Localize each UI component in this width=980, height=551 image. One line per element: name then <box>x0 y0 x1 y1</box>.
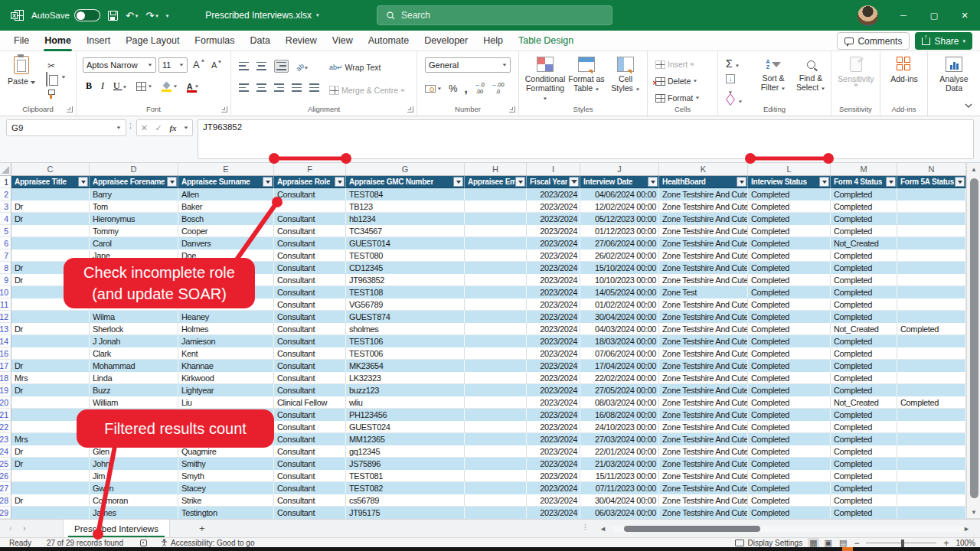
cell[interactable]: Consultant <box>274 298 346 311</box>
row-header-19[interactable]: 19 <box>0 384 11 396</box>
cell[interactable] <box>465 347 527 360</box>
cell[interactable]: 08/03/2024 00:00 <box>580 396 659 409</box>
row-header-20[interactable]: 20 <box>0 396 11 409</box>
cell[interactable]: 2023/2024 <box>527 323 580 335</box>
cell[interactable]: Kent <box>178 347 274 360</box>
find-select-button[interactable]: Find &Select <box>793 57 828 92</box>
cell[interactable]: gq12345 <box>346 445 465 458</box>
cell[interactable]: TB123 <box>346 201 465 213</box>
cell[interactable] <box>897 372 966 384</box>
cell[interactable]: Consultant <box>274 225 346 237</box>
cell[interactable]: Consultant <box>274 274 346 286</box>
align-bottom-button[interactable] <box>274 60 289 73</box>
cell[interactable]: Completed <box>831 249 897 262</box>
cell[interactable]: Completed <box>831 286 897 298</box>
add-sheet-button[interactable]: + <box>199 523 205 534</box>
increase-decimal-button[interactable]: ←.0.00 <box>475 82 485 95</box>
insert-function-button[interactable]: fx <box>169 123 176 132</box>
insert-cells-button[interactable]: Insert <box>655 57 694 71</box>
cell[interactable]: William <box>90 396 178 409</box>
cell[interactable]: Zone Testshire And Cute <box>659 274 748 286</box>
conditional-formatting-button[interactable]: ConditionalFormatting <box>524 57 567 102</box>
row-header-7[interactable]: 7 <box>0 249 11 262</box>
cell[interactable]: Consultant <box>274 262 346 274</box>
cell[interactable]: Zone Testshire And Cute <box>659 249 748 262</box>
cell[interactable] <box>465 262 527 274</box>
cell[interactable]: Zone Testshire And Cute <box>659 409 748 421</box>
minimize-button[interactable]: ─ <box>888 0 919 31</box>
accounting-format-button[interactable] <box>425 85 442 93</box>
cell[interactable]: 2023/2024 <box>527 335 580 347</box>
cell[interactable] <box>897 347 966 360</box>
cell[interactable] <box>897 298 966 311</box>
cell[interactable]: TEST106 <box>346 335 465 347</box>
row-header-14[interactable]: 14 <box>0 335 11 347</box>
cell[interactable]: Cooper <box>178 225 274 237</box>
cell[interactable]: Consultant <box>274 470 346 482</box>
table-header-cell[interactable]: Appraisee Surname <box>178 176 274 188</box>
cell[interactable]: 05/12/2023 00:00 <box>580 213 659 225</box>
cell[interactable]: Zone Testshire And Cute <box>659 201 748 213</box>
merge-centre-button[interactable]: Merge & Centre <box>329 83 405 97</box>
table-header-cell[interactable]: Appraisee Role <box>274 176 346 188</box>
cell[interactable]: Heaney <box>178 311 274 323</box>
cell[interactable] <box>897 409 966 421</box>
row-header-16[interactable]: 16 <box>0 347 11 360</box>
cell[interactable]: Completed <box>831 445 897 458</box>
cell[interactable]: JS75896 <box>346 458 465 470</box>
column-header-D[interactable]: D <box>90 163 178 175</box>
cell[interactable]: 2023/2024 <box>527 298 580 311</box>
cell[interactable]: 2023/2024 <box>527 445 580 458</box>
cell[interactable]: Completed <box>748 249 831 262</box>
cell[interactable]: Consultant <box>274 249 346 262</box>
name-box-splitter[interactable]: ⁞ <box>129 122 132 131</box>
cell[interactable]: Completed <box>748 188 831 201</box>
cell[interactable]: 2023/2024 <box>527 409 580 421</box>
filter-dropdown-button[interactable] <box>335 177 345 187</box>
row-header-13[interactable]: 13 <box>0 323 11 335</box>
row-header-18[interactable]: 18 <box>0 372 11 384</box>
cell[interactable]: 2023/2024 <box>527 458 580 470</box>
cell[interactable] <box>465 213 527 225</box>
autosave-control[interactable]: AutoSave <box>31 9 100 21</box>
cell[interactable]: MM12365 <box>346 433 465 445</box>
save-button[interactable] <box>108 11 118 21</box>
cell[interactable]: Not_Created <box>831 396 897 409</box>
cell[interactable] <box>11 470 90 482</box>
filter-dropdown-button[interactable] <box>886 177 896 187</box>
cell[interactable]: Completed <box>748 286 831 298</box>
cell[interactable]: GUEST014 <box>346 237 465 249</box>
cell[interactable]: Completed <box>748 409 831 421</box>
cell[interactable] <box>465 311 527 323</box>
cell[interactable]: 2023/2024 <box>527 237 580 249</box>
cell[interactable] <box>897 213 966 225</box>
cell[interactable]: 24/10/2023 00:00 <box>580 421 659 433</box>
cell[interactable]: Consultant <box>274 494 346 507</box>
cell[interactable]: Consultant <box>274 360 346 372</box>
row-header-23[interactable]: 23 <box>0 433 11 445</box>
cell[interactable]: Zone Testshire And Cute <box>659 225 748 237</box>
quick-access-toolbar-chevron[interactable]: ▾ <box>166 13 169 18</box>
cell[interactable]: Consultant <box>274 421 346 433</box>
cell[interactable]: Khannae <box>178 360 274 372</box>
row-header-28[interactable]: 28 <box>0 494 11 507</box>
cell[interactable]: 2023/2024 <box>527 482 580 494</box>
cell[interactable]: Consultant <box>274 384 346 396</box>
cell[interactable]: Testington <box>178 507 274 519</box>
ribbon-tab-data[interactable]: Data <box>242 31 277 51</box>
align-right-button[interactable] <box>274 83 284 92</box>
cell[interactable] <box>897 384 966 396</box>
cell[interactable]: Completed <box>748 396 831 409</box>
cell[interactable]: 2023/2024 <box>527 494 580 507</box>
cell[interactable]: Completed <box>897 323 966 335</box>
cell[interactable]: Completed <box>748 201 831 213</box>
column-header-F[interactable]: F <box>274 163 346 175</box>
cell[interactable]: 2023/2024 <box>527 360 580 372</box>
cell[interactable]: 27/06/2024 00:00 <box>580 237 659 249</box>
cell[interactable]: Zone Testshire And Cute <box>659 507 748 519</box>
normal-view-button[interactable]: ▦ <box>809 539 817 547</box>
row-header-29[interactable]: 29 <box>0 507 11 519</box>
cell[interactable]: 16/08/2024 00:00 <box>580 409 659 421</box>
cell[interactable]: TEST081 <box>346 470 465 482</box>
filter-dropdown-button[interactable] <box>263 177 273 187</box>
